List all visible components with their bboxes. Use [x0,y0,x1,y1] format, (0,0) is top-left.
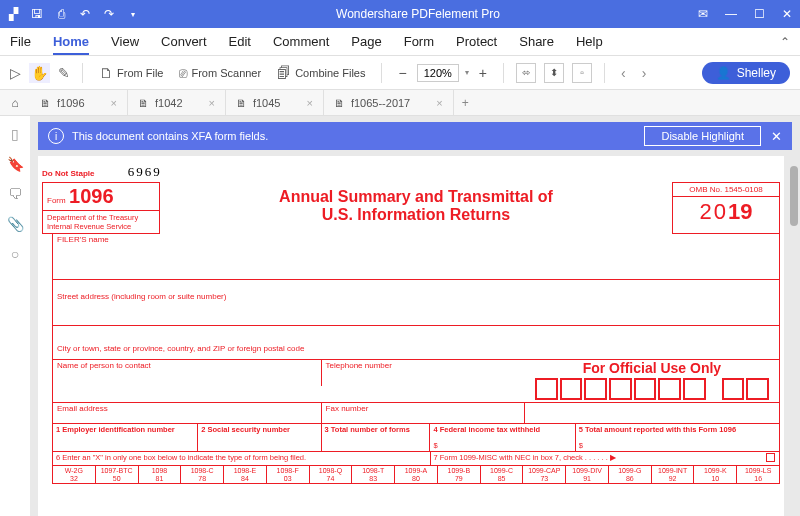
menu-help[interactable]: Help [576,34,603,49]
dept-line1: Department of the Treasury [47,213,155,222]
form-type-box[interactable]: 1098-F03 [267,466,310,483]
select-tool-icon[interactable]: ▷ [10,65,21,81]
city-label: City or town, state or province, country… [53,326,308,359]
sidebar: ▯ 🔖 🗨 📎 ○ [0,116,30,516]
form-type-box[interactable]: 1099-G86 [609,466,652,483]
form-type-box[interactable]: 1099-DIV91 [566,466,609,483]
combine-files-button[interactable]: 🗐Combine Files [273,63,369,83]
zoom-dropdown-icon[interactable]: ▾ [465,68,469,77]
close-tab-icon[interactable]: × [209,97,215,109]
form-title-line1: Annual Summary and Transmittal of [160,188,672,206]
from-scanner-button[interactable]: ⎚From Scanner [175,63,265,83]
form-type-box[interactable]: 1099-K10 [694,466,737,483]
bookmarks-icon[interactable]: 🔖 [7,156,24,172]
close-infobar-icon[interactable]: ✕ [771,129,782,144]
new-tab-button[interactable]: + [454,96,477,110]
box-7-label: 7 Form 1099-MISC with NEC in box 7, chec… [434,453,616,462]
form-type-box[interactable]: 1099-CAP73 [523,466,566,483]
search-panel-icon[interactable]: ○ [11,246,19,262]
form-type-box[interactable]: 1098-E84 [224,466,267,483]
form-type-box[interactable]: W-2G32 [53,466,96,483]
minimize-icon[interactable]: — [724,7,738,21]
thumbnails-icon[interactable]: ▯ [11,126,19,142]
box-5-label: 5 Total amount reported with this Form 1… [579,425,736,434]
form-type-box[interactable]: 109881 [139,466,182,483]
box-2-label: 2 Social security number [201,425,290,434]
form-type-box[interactable]: 1099-INT92 [652,466,695,483]
zoom-value[interactable]: 120% [417,64,459,82]
menu-view[interactable]: View [111,34,139,49]
box-4-label: 4 Federal income tax withheld [433,425,540,434]
form-type-boxes: W-2G321097-BTC501098811098-C781098-E8410… [52,466,780,484]
disable-highlight-button[interactable]: Disable Highlight [644,126,761,146]
official-boxes [525,376,779,402]
doc-tab-3[interactable]: 🗎f1065--2017× [324,90,454,115]
doc-tab-0[interactable]: 🗎f1096× [30,90,128,115]
close-tab-icon[interactable]: × [306,97,312,109]
doc-tab-2[interactable]: 🗎f1045× [226,90,324,115]
prev-page-button[interactable]: ‹ [617,65,630,81]
save-icon[interactable]: 🖫 [30,7,44,21]
filer-name-label: FILER'S name [53,234,113,279]
contact-label: Name of person to contact [53,360,322,386]
form-type-box[interactable]: 1098-T83 [352,466,395,483]
fax-label: Fax number [322,403,525,423]
edit-tool-icon[interactable]: ✎ [58,65,70,81]
omb-number: OMB No. 1545-0108 [673,183,779,197]
form-type-box[interactable]: 1098-C78 [181,466,224,483]
toolbar: ▷ ✋ ✎ 🗋From File ⎚From Scanner 🗐Combine … [0,56,800,90]
from-file-button[interactable]: 🗋From File [95,63,167,83]
form-type-box[interactable]: 1099-C85 [481,466,524,483]
telephone-label: Telephone number [322,360,525,402]
fit-page-icon[interactable]: ⬍ [544,63,564,83]
form-number: 1096 [69,185,114,207]
scrollbar[interactable] [790,166,798,226]
qat-dropdown-icon[interactable]: ▾ [126,7,140,21]
zoom-in-button[interactable]: + [475,65,491,81]
close-window-icon[interactable]: ✕ [780,7,794,21]
maximize-icon[interactable]: ☐ [752,7,766,21]
user-profile-button[interactable]: 👤 Shelley [702,62,790,84]
form-type-box[interactable]: 1098-Q74 [310,466,353,483]
doc-tab-1[interactable]: 🗎f1042× [128,90,226,115]
form-label: Form [47,196,66,205]
comments-icon[interactable]: 🗨 [8,186,22,202]
actual-size-icon[interactable]: ▫ [572,63,592,83]
menu-edit[interactable]: Edit [229,34,251,49]
app-logo-icon: ▞ [6,7,20,21]
close-tab-icon[interactable]: × [111,97,117,109]
home-tab-icon[interactable]: ⌂ [0,96,30,110]
pdf-icon: 🗎 [236,97,247,109]
menu-home[interactable]: Home [53,34,89,55]
print-icon[interactable]: ⎙ [54,7,68,21]
combine-icon: 🗐 [277,65,291,81]
file-icon: 🗋 [99,65,113,81]
hand-tool-icon[interactable]: ✋ [29,63,50,83]
nec-checkbox[interactable] [766,453,775,462]
collapse-ribbon-icon[interactable]: ⌃ [780,35,790,49]
menu-comment[interactable]: Comment [273,34,329,49]
redo-icon[interactable]: ↷ [102,7,116,21]
undo-icon[interactable]: ↶ [78,7,92,21]
menu-share[interactable]: Share [519,34,554,49]
attachments-icon[interactable]: 📎 [7,216,24,232]
menu-file[interactable]: File [10,34,31,49]
titlebar: ▞ 🖫 ⎙ ↶ ↷ ▾ Wondershare PDFelement Pro ✉… [0,0,800,28]
fit-width-icon[interactable]: ⬄ [516,63,536,83]
close-tab-icon[interactable]: × [436,97,442,109]
menu-form[interactable]: Form [404,34,434,49]
menu-page[interactable]: Page [351,34,381,49]
next-page-button[interactable]: › [638,65,651,81]
document-viewport[interactable]: i This document contains XFA form fields… [30,116,800,516]
box-3-label: 3 Total number of forms [325,425,410,434]
menu-convert[interactable]: Convert [161,34,207,49]
form-type-box[interactable]: 1099-LS16 [737,466,779,483]
pdf-icon: 🗎 [334,97,345,109]
form-type-box[interactable]: 1099-A80 [395,466,438,483]
form-type-box[interactable]: 1099-B79 [438,466,481,483]
menu-protect[interactable]: Protect [456,34,497,49]
form-type-box[interactable]: 1097-BTC50 [96,466,139,483]
notification-icon[interactable]: ✉ [696,7,710,21]
email-label: Email address [53,403,322,423]
zoom-out-button[interactable]: − [394,65,410,81]
